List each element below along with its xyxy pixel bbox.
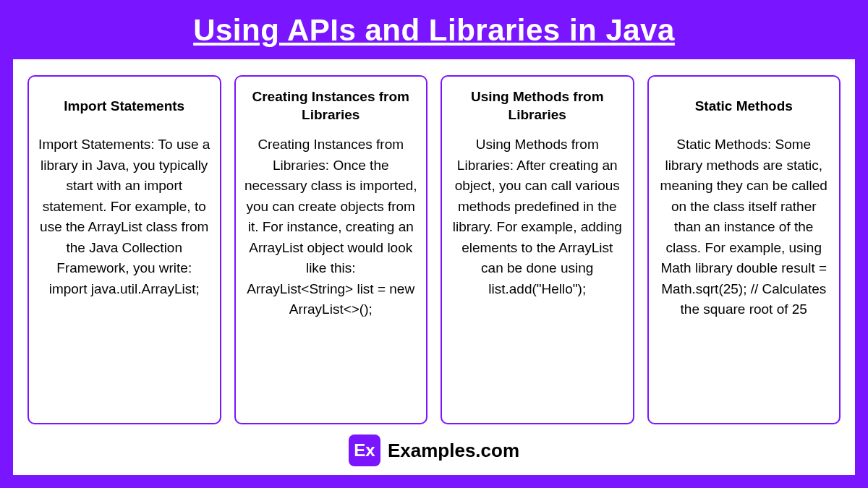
footer: Ex Examples.com — [27, 424, 841, 466]
card-body: Import Statements: To use a library in J… — [38, 134, 211, 299]
card-title: Using Methods from Libraries — [451, 88, 624, 124]
card-title: Import Statements — [38, 88, 211, 124]
footer-brand: Examples.com — [388, 440, 519, 462]
card-body: Using Methods from Libraries: After crea… — [451, 134, 624, 299]
logo-icon: Ex — [349, 435, 380, 466]
card-static-methods: Static Methods Static Methods: Some libr… — [647, 75, 841, 424]
card-import-statements: Import Statements Import Statements: To … — [27, 75, 221, 424]
page-title: Using APIs and Libraries in Java — [0, 0, 868, 59]
content-panel: Import Statements Import Statements: To … — [13, 59, 855, 475]
cards-row: Import Statements Import Statements: To … — [27, 75, 841, 424]
card-body: Creating Instances from Libraries: Once … — [244, 134, 418, 320]
card-body: Static Methods: Some library methods are… — [658, 134, 831, 320]
card-using-methods: Using Methods from Libraries Using Metho… — [441, 75, 634, 424]
card-creating-instances: Creating Instances from Libraries Creati… — [234, 75, 428, 424]
card-title: Static Methods — [658, 88, 831, 124]
card-title: Creating Instances from Libraries — [244, 88, 418, 124]
document-frame: Using APIs and Libraries in Java Import … — [0, 0, 868, 488]
